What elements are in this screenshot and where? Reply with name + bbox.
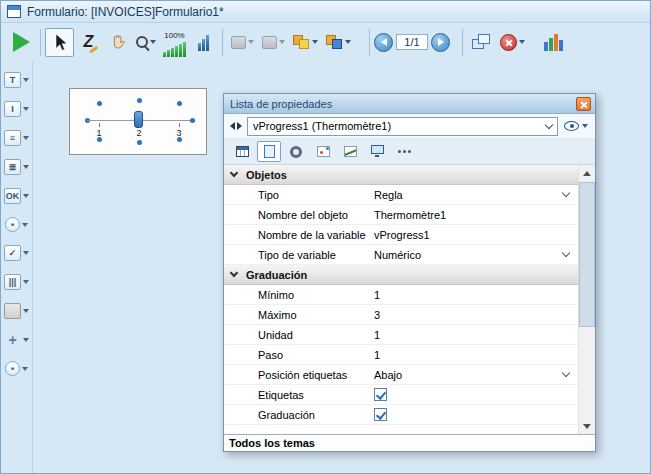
object-nav-buttons[interactable]	[228, 122, 244, 130]
property-value[interactable]: vProgress1	[374, 229, 578, 241]
dropdown-chevron-icon[interactable]	[562, 249, 570, 257]
property-value[interactable]	[374, 408, 578, 421]
properties-panel-titlebar[interactable]: Lista de propiedades	[224, 94, 595, 114]
line-chart-tab-icon	[344, 146, 357, 157]
run-test-button[interactable]	[7, 28, 36, 57]
section-header[interactable]: Objetos	[224, 165, 578, 185]
property-row: Etiquetas	[224, 385, 578, 405]
alignment-tool-button[interactable]	[227, 28, 258, 57]
object-selector-combo[interactable]: vProgress1 (Thermomètre1)	[247, 117, 558, 136]
dropdown-arrow-icon[interactable]	[23, 251, 29, 255]
property-value[interactable]: Thermomètre1	[374, 209, 578, 221]
blue-bars-icon	[198, 35, 209, 51]
tab-settings[interactable]	[284, 141, 308, 162]
stop-icon	[500, 34, 517, 51]
list-control-button[interactable]: ≡	[4, 130, 29, 146]
property-value[interactable]: Numérico	[374, 249, 578, 261]
selection-handle[interactable]	[137, 98, 142, 103]
property-value[interactable]: Abajo	[374, 369, 578, 381]
zoom-tool-button[interactable]	[132, 28, 160, 57]
radio-control-button[interactable]: •	[5, 217, 28, 232]
next-object-icon[interactable]	[237, 122, 242, 130]
dropdown-arrow-icon[interactable]	[23, 107, 29, 111]
check-control-button[interactable]: ✓	[4, 245, 29, 261]
splitter-control-button[interactable]: +	[4, 332, 29, 348]
color-tool-button[interactable]	[289, 28, 322, 57]
scroll-up-button[interactable]	[579, 165, 595, 181]
property-value[interactable]: 3	[374, 309, 578, 321]
selection-handle[interactable]	[97, 101, 102, 106]
chevron-down-icon	[545, 120, 553, 128]
slider-tick-label: 3	[176, 128, 181, 138]
property-row: Tipo de variableNumérico	[224, 245, 578, 265]
scrollbar[interactable]	[578, 165, 595, 434]
layers-icon	[472, 34, 491, 50]
property-value[interactable]	[374, 388, 578, 401]
select-tool-button[interactable]	[45, 28, 74, 57]
stop-button[interactable]	[496, 28, 529, 57]
dropdown-arrow-icon[interactable]	[23, 78, 29, 82]
form-canvas[interactable]: 123 Lista de propiedades vProgress1 (The…	[33, 61, 650, 473]
tab-chart[interactable]	[338, 141, 362, 162]
property-label: Paso	[224, 349, 374, 361]
dropdown-arrow-icon[interactable]	[23, 165, 29, 169]
toolbar-separator	[462, 29, 463, 56]
property-label: Tipo	[224, 189, 374, 201]
property-value[interactable]: 1	[374, 289, 578, 301]
fit-view-button[interactable]	[189, 28, 218, 57]
close-button[interactable]	[576, 97, 591, 111]
next-page-button[interactable]	[431, 33, 450, 52]
style-tool-button[interactable]	[322, 28, 355, 57]
selection-handle[interactable]	[190, 118, 195, 123]
zoom-level-control[interactable]: 100%	[163, 27, 186, 57]
edit-control-button[interactable]: I	[4, 101, 29, 117]
previous-page-button[interactable]	[374, 33, 393, 52]
more-tab-icon	[398, 150, 411, 153]
dropdown-arrow-icon	[248, 40, 254, 44]
property-label: Nombre del objeto	[224, 209, 374, 221]
tab-display[interactable]	[365, 141, 389, 162]
chart-button[interactable]	[539, 28, 568, 57]
slider-control-button[interactable]: |||	[4, 274, 29, 290]
duplicate-window-button[interactable]	[467, 28, 496, 57]
dropdown-arrow-icon[interactable]	[23, 194, 29, 198]
dropdown-arrow-icon[interactable]	[22, 223, 28, 227]
spin-control-button[interactable]: •	[5, 361, 28, 376]
prev-object-icon[interactable]	[230, 122, 235, 130]
button-control-button[interactable]: OK	[4, 188, 29, 204]
tab-details[interactable]	[230, 141, 254, 162]
dropdown-chevron-icon[interactable]	[562, 369, 570, 377]
scroll-down-button[interactable]	[579, 418, 595, 434]
property-value[interactable]: 1	[374, 349, 578, 361]
layout-tool-button[interactable]	[258, 28, 289, 57]
property-value-text: 1	[374, 289, 380, 301]
property-value-text: Abajo	[374, 369, 402, 381]
dropdown-arrow-icon[interactable]	[23, 338, 29, 342]
section-label: Objetos	[246, 169, 287, 181]
scatter-tab-icon	[317, 146, 330, 157]
tab-more[interactable]	[392, 141, 416, 162]
combo-control-button[interactable]: ≣	[4, 159, 29, 175]
property-value[interactable]: Regla	[374, 189, 578, 201]
tab-binding[interactable]	[311, 141, 335, 162]
dropdown-arrow-icon[interactable]	[23, 309, 29, 313]
zoom-z-tool-button[interactable]: Z	[74, 28, 103, 57]
section-header[interactable]: Graduación	[224, 265, 578, 285]
checkbox[interactable]	[374, 408, 387, 421]
dropdown-arrow-icon[interactable]	[23, 280, 29, 284]
dropdown-arrow-icon[interactable]	[22, 367, 28, 371]
panel-control-button[interactable]	[4, 303, 29, 319]
property-value[interactable]: 1	[374, 329, 578, 341]
tab-ui[interactable]	[257, 141, 281, 162]
bar-chart-icon	[544, 34, 563, 51]
scrollbar-thumb[interactable]	[579, 182, 595, 327]
checkbox[interactable]	[374, 388, 387, 401]
selection-handle[interactable]	[177, 101, 182, 106]
static-text-control-button[interactable]: T	[4, 72, 29, 88]
form-preview[interactable]: 123	[69, 88, 207, 155]
pan-tool-button[interactable]	[103, 28, 132, 57]
dropdown-chevron-icon[interactable]	[562, 189, 570, 197]
dropdown-arrow-icon[interactable]	[23, 136, 29, 140]
selection-handle[interactable]	[137, 140, 142, 145]
visibility-button[interactable]	[561, 121, 591, 131]
